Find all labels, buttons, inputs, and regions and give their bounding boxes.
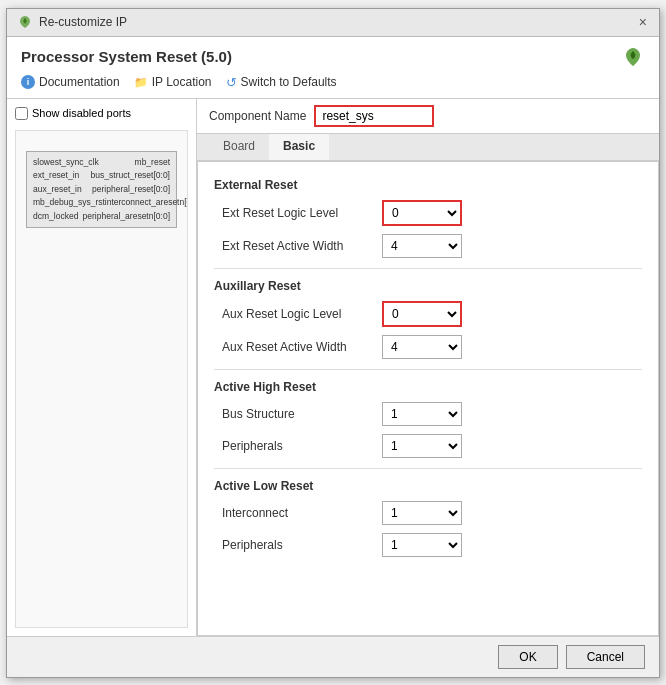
info-icon: i (21, 75, 35, 89)
ext-reset-width-label: Ext Reset Active Width (222, 239, 382, 253)
active-high-peripherals-label: Peripherals (222, 439, 382, 453)
aux-reset-active-width-row: Aux Reset Active Width 4 1235678 (214, 335, 642, 359)
footer: OK Cancel (7, 636, 659, 677)
preview-left-2: ext_reset_in (33, 169, 79, 183)
left-panel: Show disabled ports slowest_sync_clk mb_… (7, 99, 197, 636)
aux-reset-logic-level-row: Aux Reset Logic Level 0 1 (214, 301, 642, 327)
main-header: Processor System Reset (5.0) i Documenta… (7, 37, 659, 99)
switch-to-defaults-label: Switch to Defaults (241, 75, 337, 89)
active-low-peripherals-select[interactable]: 1 0234 (382, 533, 462, 557)
ext-reset-logic-level-row: Ext Reset Logic Level 0 1 (214, 200, 642, 226)
active-low-peripherals-label: Peripherals (222, 538, 382, 552)
show-disabled-row: Show disabled ports (15, 107, 188, 120)
preview-row-5: dcm_locked peripheral_aresetn[0:0] (33, 210, 170, 224)
active-high-reset-section: Active High Reset Bus Structure 1 0234 P… (214, 380, 642, 458)
aux-reset-logic-label: Aux Reset Logic Level (222, 307, 382, 321)
documentation-label: Documentation (39, 75, 120, 89)
tab-board[interactable]: Board (209, 134, 269, 160)
active-high-bus-select[interactable]: 1 0234 (382, 402, 462, 426)
preview-left-4: mb_debug_sys_rst (33, 196, 105, 210)
tabs-row: Board Basic (197, 134, 659, 161)
preview-left-3: aux_reset_in (33, 183, 82, 197)
active-low-interconnect-label: Interconnect (222, 506, 382, 520)
active-high-reset-title: Active High Reset (214, 380, 642, 394)
component-name-label: Component Name (209, 109, 306, 123)
active-high-bus-structure-row: Bus Structure 1 0234 (214, 402, 642, 426)
active-low-reset-title: Active Low Reset (214, 479, 642, 493)
documentation-button[interactable]: i Documentation (21, 75, 120, 89)
brand-icon (621, 45, 645, 69)
preview-row-2: ext_reset_in bus_struct_reset[0:0] (33, 169, 170, 183)
ext-reset-width-select[interactable]: 4 1235678 (382, 234, 462, 258)
active-high-peripherals-select[interactable]: 1 0234 (382, 434, 462, 458)
tab-board-label: Board (223, 139, 255, 153)
active-low-interconnect-select[interactable]: 1 0234 (382, 501, 462, 525)
external-reset-title: External Reset (214, 178, 642, 192)
preview-block: slowest_sync_clk mb_reset ext_reset_in b… (26, 151, 177, 229)
title-bar-icon (17, 14, 33, 30)
ok-button[interactable]: OK (498, 645, 557, 669)
toolbar: i Documentation 📁 IP Location ↺ Switch t… (21, 69, 645, 94)
location-icon: 📁 (134, 76, 148, 89)
preview-right-3: peripheral_reset[0:0] (92, 183, 170, 197)
dialog: Re-customize IP × Processor System Reset… (6, 8, 660, 678)
external-reset-section: External Reset Ext Reset Logic Level 0 1… (214, 178, 642, 258)
component-name-input[interactable] (314, 105, 434, 127)
component-preview: slowest_sync_clk mb_reset ext_reset_in b… (15, 130, 188, 628)
show-disabled-checkbox[interactable] (15, 107, 28, 120)
active-high-peripherals-row: Peripherals 1 0234 (214, 434, 642, 458)
dialog-title: Re-customize IP (39, 15, 127, 29)
content-area: Show disabled ports slowest_sync_clk mb_… (7, 99, 659, 636)
switch-to-defaults-button[interactable]: ↺ Switch to Defaults (226, 75, 337, 90)
ip-location-label: IP Location (152, 75, 212, 89)
preview-left-5: dcm_locked (33, 210, 78, 224)
aux-reset-width-select[interactable]: 4 1235678 (382, 335, 462, 359)
main-title-row: Processor System Reset (5.0) (21, 45, 645, 69)
preview-row-3: aux_reset_in peripheral_reset[0:0] (33, 183, 170, 197)
ip-location-button[interactable]: 📁 IP Location (134, 75, 212, 89)
right-panel: Component Name Board Basic External Rese… (197, 99, 659, 636)
tab-basic-label: Basic (283, 139, 315, 153)
aux-reset-logic-select[interactable]: 0 1 (382, 301, 462, 327)
close-button[interactable]: × (637, 14, 649, 30)
preview-row-4: mb_debug_sys_rst interconnect_aresetn[0:… (33, 196, 170, 210)
form-area: External Reset Ext Reset Logic Level 0 1… (197, 161, 659, 636)
active-high-bus-label: Bus Structure (222, 407, 382, 421)
title-bar: Re-customize IP × (7, 9, 659, 37)
cancel-button[interactable]: Cancel (566, 645, 645, 669)
preview-right-4: interconnect_aresetn[0:0] (105, 196, 188, 210)
component-name-row: Component Name (197, 99, 659, 134)
ext-reset-logic-select[interactable]: 0 1 (382, 200, 462, 226)
preview-left-1: slowest_sync_clk (33, 156, 99, 170)
show-disabled-label: Show disabled ports (32, 107, 131, 119)
main-title-text: Processor System Reset (5.0) (21, 48, 232, 65)
refresh-icon: ↺ (226, 75, 237, 90)
title-bar-left: Re-customize IP (17, 14, 127, 30)
active-low-reset-section: Active Low Reset Interconnect 1 0234 Per… (214, 479, 642, 557)
aux-reset-width-label: Aux Reset Active Width (222, 340, 382, 354)
preview-right-5: peripheral_aresetn[0:0] (83, 210, 170, 224)
active-low-interconnect-row: Interconnect 1 0234 (214, 501, 642, 525)
preview-row-1: slowest_sync_clk mb_reset (33, 156, 170, 170)
auxiliary-reset-title: Auxillary Reset (214, 279, 642, 293)
active-low-peripherals-row: Peripherals 1 0234 (214, 533, 642, 557)
preview-right-1: mb_reset (135, 156, 170, 170)
ext-reset-logic-label: Ext Reset Logic Level (222, 206, 382, 220)
preview-right-2: bus_struct_reset[0:0] (91, 169, 170, 183)
auxiliary-reset-section: Auxillary Reset Aux Reset Logic Level 0 … (214, 279, 642, 359)
tab-basic[interactable]: Basic (269, 134, 329, 160)
ext-reset-active-width-row: Ext Reset Active Width 4 1235678 (214, 234, 642, 258)
